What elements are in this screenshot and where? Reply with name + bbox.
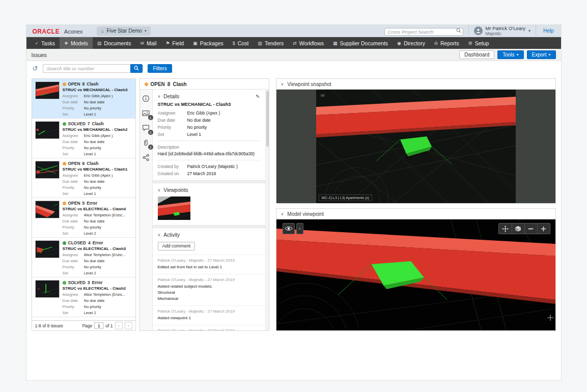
visibility-button[interactable] — [283, 223, 295, 234]
nav-tab-icon: $ — [233, 41, 235, 46]
refresh-icon[interactable]: ↺ — [33, 65, 38, 72]
zoom-in-button[interactable] — [537, 223, 550, 234]
related-models-tab[interactable] — [142, 154, 150, 162]
field-value: Patrick O'Leary (Majestic ) — [187, 164, 260, 169]
viewpoint-thumbnail[interactable] — [158, 197, 190, 220]
orbit-cube-button[interactable] — [512, 223, 524, 234]
dashboard-button[interactable]: Dashboard — [459, 50, 494, 59]
issue-list-item[interactable]: OPEN 8 Clash STRUC vs MECHANICAL - Clash… — [32, 79, 135, 119]
issue-list-panel: OPEN 8 Clash STRUC vs MECHANICAL - Clash… — [32, 78, 136, 331]
issue-thumbnail — [35, 280, 60, 298]
field-value: Alice Templeton (Enzic... — [84, 253, 132, 258]
edit-icon[interactable]: ✎ — [256, 94, 260, 99]
page-total: of 1 — [105, 323, 113, 328]
issues-toolbar: ↺ Filters — [26, 61, 561, 75]
axis-marker: W — [321, 93, 325, 98]
nav-tab[interactable]: ⚙ Setup — [464, 37, 494, 49]
issue-list-item[interactable]: SOLVED 7 Clash STRUC vs MECHANICAL - Cla… — [32, 119, 135, 158]
user-menu[interactable]: Mr Patrick O'Leary Majestic ▾ — [468, 25, 536, 37]
nav-tab[interactable]: ✓ Tasks — [31, 37, 60, 49]
issue-number: 8 — [167, 81, 171, 87]
nav-tab-icon: ⚑ — [165, 41, 170, 46]
issue-status: OPEN — [68, 201, 80, 206]
nav-tab[interactable]: ◉ Directory — [393, 37, 430, 49]
viewpoints-section-header[interactable]: ∨ Viewpoints — [153, 183, 265, 195]
details-section-header[interactable]: ∨ Details ✎ — [153, 90, 265, 102]
nav-tab[interactable]: ▣ Packages — [188, 37, 228, 49]
issue-search-input[interactable] — [43, 64, 130, 73]
issue-summary: SOLVED 7 Clash STRUC vs MECHANICAL - Cla… — [63, 121, 132, 155]
nav-tab[interactable]: ▥ Tenders — [253, 37, 288, 49]
nav-tab-icon: ▥ — [258, 41, 262, 46]
issue-type: Error — [87, 201, 97, 206]
attachments-count-badge: 2 — [148, 145, 153, 150]
user-organization: Majestic — [486, 32, 525, 36]
issue-fields: Assignee Eric Gibb (Apex ) Due date No d… — [63, 133, 132, 157]
comments-tab[interactable]: 0 — [142, 124, 150, 132]
nav-tab[interactable]: ❖ Models — [60, 37, 93, 49]
field-value: No due date — [84, 298, 132, 304]
nav-tab[interactable]: ✉ Mail — [135, 37, 161, 49]
pan-button[interactable] — [499, 223, 512, 234]
field-label: Priority — [63, 304, 84, 310]
nav-tab[interactable]: ⚑ Field — [161, 37, 188, 49]
nav-tab-label: Models — [71, 40, 88, 46]
filters-button[interactable]: Filters — [148, 64, 172, 73]
help-button[interactable]: Help — [536, 25, 561, 37]
issue-title: STRUC vs ELECTRICAL - Clash4 — [63, 207, 132, 211]
field-value: No priority — [187, 125, 260, 130]
attachments-tab[interactable]: 2 — [142, 139, 150, 147]
viewpoints-tab[interactable]: 1 — [142, 109, 150, 118]
issue-list-item[interactable]: CLOSED 4 Error STRUC vs ELECTRICAL - Cla… — [32, 238, 135, 277]
field-label: Priority — [63, 146, 84, 151]
export-button[interactable]: Export▾ — [527, 50, 556, 59]
issue-list-item[interactable]: SOLVED 3 Error STRUC vs ELECTRICAL - Cla… — [32, 277, 135, 317]
issue-summary: OPEN 6 Clash STRUC vs MECHANICAL - Clash… — [63, 161, 132, 195]
activity-entry: Patrick O'Leary - Majestic - 27 March 20… — [153, 255, 265, 274]
issue-list-item[interactable]: OPEN 5 Error STRUC vs ELECTRICAL - Clash… — [32, 198, 135, 238]
viewpoint-snapshot-header[interactable]: ∨ Viewpoint snapshot — [276, 79, 555, 89]
prev-page-button[interactable]: ‹ — [115, 322, 123, 329]
activity-section-header[interactable]: ∨ Activity — [153, 228, 265, 240]
model-viewport-canvas[interactable]: › — [276, 219, 555, 330]
field-value: No due date — [84, 139, 132, 145]
nav-tab[interactable]: $ Cost — [228, 37, 254, 49]
search-icon — [134, 66, 139, 71]
cross-project-search-input[interactable] — [384, 28, 463, 36]
tools-button[interactable]: Tools▾ — [497, 50, 523, 59]
issue-fields: Assignee Eric Gibb (Apex ) Due date No d… — [63, 94, 132, 118]
page-input[interactable] — [94, 322, 103, 329]
field-value: No priority — [84, 304, 132, 310]
add-comment-button[interactable]: Add comment — [158, 242, 195, 250]
search-button[interactable] — [130, 64, 143, 73]
scrollbar-thumb[interactable] — [266, 91, 269, 147]
nav-tab[interactable]: ▦ Supplier Documents — [328, 37, 393, 49]
status-dot — [63, 82, 66, 86]
nav-tab[interactable]: ılı Reports — [430, 37, 464, 49]
nav-tab[interactable]: ▤ Documents — [93, 37, 136, 49]
model-viewpoint-header[interactable]: ∨ Model viewpoint — [276, 209, 555, 219]
field-label: Assignee — [63, 173, 84, 179]
expand-toolbar-button[interactable]: › — [296, 223, 303, 234]
nav-tab[interactable]: ⇄ Workflows — [288, 37, 328, 49]
field-label: Priority — [63, 185, 84, 191]
nav-tab-label: Setup — [475, 40, 489, 46]
field-value: No priority — [84, 146, 132, 151]
field-label: Due date — [63, 179, 84, 185]
project-selector[interactable]: ⌂ Five Star Demo ▾ — [97, 26, 151, 36]
details-icon-rail: 1 0 2 — [140, 90, 153, 330]
next-page-button[interactable]: › — [125, 322, 132, 329]
search-icon[interactable] — [456, 28, 461, 33]
issue-list-item[interactable]: OPEN 6 Clash STRUC vs MECHANICAL - Clash… — [32, 158, 135, 198]
nav-tab-icon: ◉ — [397, 41, 401, 46]
details-scrollbar[interactable] — [265, 90, 269, 330]
issue-details-body: 1 0 2 ∨ — [140, 90, 269, 330]
zoom-out-button[interactable] — [524, 223, 537, 234]
issue-head: OPEN 8 Clash — [63, 81, 132, 87]
issue-status: SOLVED — [68, 280, 86, 285]
viewports-panel: ∨ Viewpoint snapshot — [276, 78, 556, 331]
issue-type: Clash — [173, 81, 186, 87]
issue-summary: SOLVED 3 Error STRUC vs ELECTRICAL - Cla… — [63, 280, 132, 314]
info-tab[interactable] — [142, 95, 150, 103]
person-icon — [476, 28, 481, 34]
